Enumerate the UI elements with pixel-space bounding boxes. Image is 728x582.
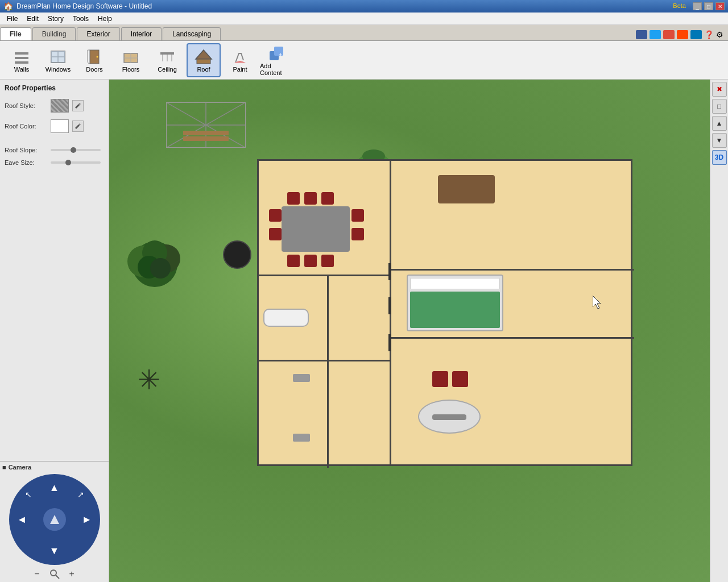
canvas-area[interactable]: ✳ <box>109 80 710 582</box>
menu-tools[interactable]: Tools <box>68 14 93 24</box>
add-content-icon: + <box>267 44 286 63</box>
large-bush <box>126 233 183 290</box>
tool-ceiling[interactable]: Ceiling <box>150 43 184 77</box>
wall-h-right-upper <box>390 269 634 271</box>
camera-right-button[interactable]: ► <box>82 514 92 526</box>
close-view-button[interactable]: ✖ <box>712 82 727 97</box>
help-icon[interactable]: ❓ <box>704 30 714 39</box>
chair-right-1 <box>351 209 364 222</box>
minimize-button[interactable]: _ <box>693 2 702 10</box>
dining-table <box>282 206 350 252</box>
eave-size-thumb[interactable] <box>65 160 71 165</box>
menu-file[interactable]: File <box>2 14 22 24</box>
svg-point-22 <box>51 570 56 576</box>
door-right-2 <box>388 334 391 351</box>
tool-doors[interactable]: Doors <box>77 43 111 77</box>
roof-style-swatch <box>51 99 69 113</box>
zoom-out-button[interactable]: − <box>34 569 39 579</box>
chair-top-2 <box>304 192 317 205</box>
camera-collapse-icon[interactable]: ■ <box>2 464 6 471</box>
wall-v-bath <box>327 275 329 468</box>
settings-icon[interactable]: ⚙ <box>716 30 723 39</box>
camera-left-button[interactable]: ◄ <box>17 514 27 526</box>
tab-landscaping[interactable]: Landscaping <box>163 27 221 40</box>
zoom-in-button[interactable]: + <box>69 569 75 579</box>
down-view-button[interactable]: ▼ <box>712 133 727 148</box>
windows-icon <box>49 48 67 66</box>
roof-color-row: Roof Color: <box>5 119 104 133</box>
roof-slope-row: Roof Slope: <box>5 147 104 153</box>
bathtub <box>263 309 309 327</box>
roof-color-swatch <box>51 119 69 133</box>
title-bar: 🏠 DreamPlan Home Design Software - Untit… <box>0 0 728 13</box>
chair-left-2 <box>269 228 282 240</box>
social-icon-1 <box>636 30 647 39</box>
maximize-button[interactable]: □ <box>704 2 713 10</box>
close-button[interactable]: ✕ <box>715 2 725 10</box>
small-object-1 <box>293 434 310 442</box>
svg-marker-16 <box>196 50 212 59</box>
camera-center-button[interactable] <box>43 508 66 531</box>
menu-edit[interactable]: Edit <box>22 14 43 24</box>
tool-windows[interactable]: Windows <box>41 43 75 77</box>
left-panel: Roof Properties Roof Style: Roof Color: <box>0 80 109 582</box>
roof-slope-track[interactable] <box>51 149 101 151</box>
tool-paint[interactable]: Paint <box>223 43 257 77</box>
app-icon: 🏠 <box>3 2 13 11</box>
tab-interior[interactable]: Interior <box>121 27 162 40</box>
tab-bar: File Building Exterior Interior Landscap… <box>0 25 728 41</box>
camera-section: ■ Camera ↖ ↗ ▲ ▼ ◄ ► − <box>0 461 109 582</box>
tab-file[interactable]: File <box>0 27 31 40</box>
menu-help[interactable]: Help <box>93 14 117 24</box>
small-object-2 <box>293 374 310 382</box>
tab-exterior[interactable]: Exterior <box>77 27 119 40</box>
chair-bottom-1 <box>287 255 300 267</box>
svg-rect-12 <box>160 52 174 55</box>
roof-style-label: Roof Style: <box>5 102 47 109</box>
svg-rect-0 <box>15 52 28 55</box>
view-3d-button[interactable]: 3D <box>712 150 727 165</box>
svg-line-23 <box>56 575 59 579</box>
camera-up-right-button[interactable]: ↗ <box>77 490 84 499</box>
zoom-icon <box>49 568 60 580</box>
svg-text:+: + <box>279 52 282 58</box>
roof-label: Roof <box>197 66 210 73</box>
chair-top-3 <box>321 192 334 205</box>
add-content-label: Add Content <box>260 63 293 76</box>
tool-walls[interactable]: Walls <box>5 43 39 77</box>
paint-label: Paint <box>233 66 247 73</box>
svg-point-41 <box>150 258 171 278</box>
roof-style-edit-button[interactable] <box>72 100 84 111</box>
social-icon-2 <box>650 30 661 39</box>
tool-floors[interactable]: Floors <box>114 43 148 77</box>
tool-roof[interactable]: Roof <box>187 43 221 77</box>
camera-zoom-row: − + <box>2 568 106 580</box>
eave-size-label: Eave Size: <box>5 159 47 166</box>
trash-can <box>223 240 251 269</box>
floors-label: Floors <box>122 66 140 73</box>
svg-rect-2 <box>15 61 28 64</box>
camera-up-button[interactable]: ▲ <box>49 482 60 494</box>
camera-down-button[interactable]: ▼ <box>49 545 60 557</box>
menu-story[interactable]: Story <box>43 14 68 24</box>
roof-slope-label: Roof Slope: <box>5 147 47 153</box>
wall-h-right-mid <box>390 337 634 339</box>
window-view-button[interactable]: □ <box>712 99 727 114</box>
camera-label: Camera <box>9 464 31 471</box>
tool-add-content[interactable]: + Add Content <box>259 43 293 77</box>
eave-size-track[interactable] <box>51 161 101 164</box>
doors-icon <box>85 48 104 66</box>
floors-icon <box>122 48 140 66</box>
chair-bottom-3 <box>321 255 334 267</box>
toolbar: Walls Windows Doors <box>0 41 728 80</box>
up-view-button[interactable]: ▲ <box>712 116 727 131</box>
social-icon-5 <box>690 30 702 39</box>
chair-left-1 <box>269 209 282 222</box>
roof-properties-title: Roof Properties <box>5 84 104 92</box>
roof-color-edit-button[interactable] <box>72 120 84 132</box>
floor-plan[interactable] <box>257 159 632 466</box>
tab-building[interactable]: Building <box>32 27 76 40</box>
svg-marker-21 <box>50 515 59 524</box>
roof-slope-thumb[interactable] <box>71 147 76 153</box>
camera-up-left-button[interactable]: ↖ <box>25 490 32 499</box>
